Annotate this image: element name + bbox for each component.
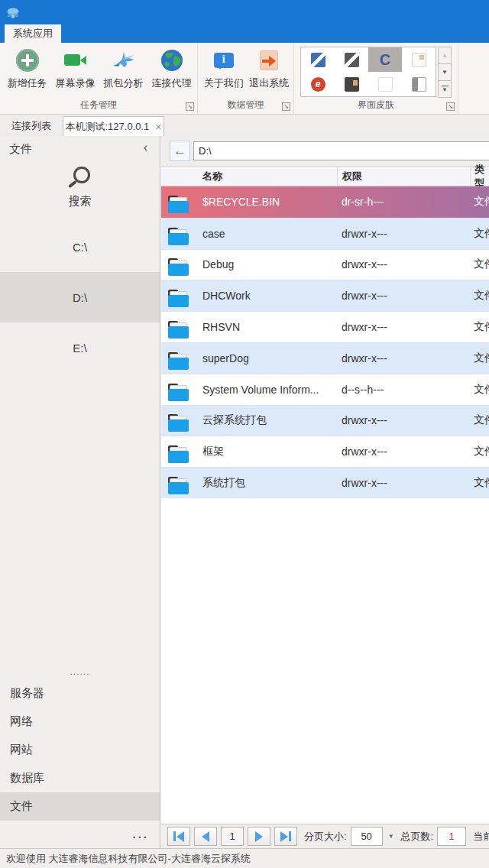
sidebar-item-drive-e[interactable]: E:\	[0, 322, 160, 373]
dialog-launcher-icon[interactable]: ↘	[446, 102, 455, 111]
address-input[interactable]: D:\	[193, 141, 489, 160]
app-window: 系统应用 新增任务 屏幕录像	[0, 0, 489, 868]
navbar-splitter[interactable]: ......	[0, 666, 160, 677]
file-type: 文件夹	[470, 413, 489, 427]
back-arrow-icon: ←	[173, 144, 186, 159]
gallery-scroll-up-icon[interactable]: ▲	[438, 47, 452, 64]
file-explorer-panel: ← D:\ 名称 权限 类型 $RECYCLE.BIN dr-sr-h--- 文…	[161, 136, 489, 848]
file-name: DHCWork	[196, 290, 337, 302]
file-permissions: drwxr-x---	[337, 321, 470, 333]
table-row[interactable]: RHSVN drwxr-x--- 文件夹	[161, 311, 489, 342]
total-pages-label: 总页数:	[401, 830, 434, 844]
group-label-skins: 界面皮肤	[294, 99, 458, 112]
total-pages-value: 1	[437, 827, 466, 846]
table-row[interactable]: superDog drwxr-x--- 文件夹	[161, 342, 489, 374]
table-row[interactable]: Debug drwxr-x--- 文件夹	[161, 249, 489, 280]
file-type: 文件夹	[470, 351, 489, 365]
close-tab-icon[interactable]: ×	[155, 121, 161, 133]
ribbon: 新增任务 屏幕录像 抓包分析	[0, 43, 489, 115]
next-page-button[interactable]	[248, 827, 270, 846]
search-label[interactable]: 搜索	[0, 194, 160, 209]
column-header-name[interactable]: 名称	[196, 167, 337, 186]
tab-local-test[interactable]: 本机测试:127.0.0.1 ×	[63, 116, 164, 136]
previous-page-button[interactable]	[194, 827, 217, 846]
status-bar: 欢迎使用 大连睿海信息科技有限公司-大连睿海云探系统	[0, 848, 489, 868]
back-button[interactable]: ←	[170, 141, 190, 161]
title-bar	[0, 0, 489, 43]
gallery-scrollbar: ▲ ▼ ▼	[438, 47, 452, 97]
about-info-icon	[214, 47, 234, 74]
about-us-button[interactable]: 关于我们	[201, 47, 247, 90]
file-name: Debug	[196, 258, 337, 270]
gallery-scroll-down-icon[interactable]: ▼	[438, 63, 452, 81]
file-permissions: drwxr-x---	[337, 445, 470, 458]
screen-record-label: 屏幕录像	[56, 76, 96, 90]
table-row[interactable]: case drwxr-x--- 文件夹	[161, 218, 489, 249]
last-page-icon	[280, 831, 288, 842]
page-size-select[interactable]: 50	[351, 827, 383, 846]
column-header-type[interactable]: 类型	[470, 167, 489, 186]
packet-capture-shark-icon	[111, 47, 137, 74]
table-row[interactable]: 云探系统打包 drwxr-x--- 文件夹	[161, 405, 489, 436]
navbar-overflow-icon[interactable]: ...	[132, 828, 149, 840]
page-number[interactable]: 1	[221, 827, 244, 846]
sidebar-item-drive-d[interactable]: D:\	[0, 272, 160, 322]
sidebar-item-databases[interactable]: 数据库	[0, 764, 160, 792]
sidebar-header-files: 文件	[9, 142, 32, 157]
tab-local-test-label: 本机测试:127.0.0.1	[65, 120, 149, 134]
sidebar-item-files[interactable]: 文件	[0, 792, 160, 821]
skin-option-blue[interactable]	[301, 47, 335, 72]
skin-option-faded[interactable]	[368, 72, 402, 96]
skin-option-office-selected[interactable]: C	[368, 47, 402, 72]
proxy-button[interactable]: 连接代理	[147, 47, 196, 90]
ribbon-tab-system-apps[interactable]: 系统应用	[5, 24, 61, 43]
table-row[interactable]: 系统打包 drwxr-x--- 文件夹	[161, 467, 489, 498]
document-tab-bar: 连接列表 本机测试:127.0.0.1 ×	[0, 115, 489, 136]
file-permissions: drwxr-x---	[337, 228, 470, 240]
gallery-dropdown-icon[interactable]: ▼	[438, 80, 452, 98]
file-type: 文件夹	[470, 257, 489, 271]
skin-option-charcoal[interactable]	[335, 72, 368, 96]
exit-arrow-icon	[260, 47, 278, 74]
pagination-bar: 1 分页大小: 50 ▼ 总页数: 1 当前页:	[161, 824, 489, 848]
table-row[interactable]: 框架 drwxr-x--- 文件夹	[161, 436, 489, 467]
group-label-data-management: 数据管理	[198, 99, 293, 112]
table-row[interactable]: System Volume Inform... d--s--h--- 文件夹	[161, 374, 489, 405]
chevron-down-icon[interactable]: ▼	[388, 833, 394, 840]
ribbon-group-task-management: 新增任务 屏幕录像 抓包分析	[0, 43, 198, 114]
sidebar-item-drive-c[interactable]: C:\	[0, 222, 160, 272]
next-page-icon	[255, 831, 263, 842]
proxy-label: 连接代理	[152, 76, 192, 90]
screen-record-button[interactable]: 屏幕录像	[51, 47, 99, 90]
first-page-button[interactable]	[167, 827, 190, 846]
last-page-button[interactable]	[274, 827, 297, 846]
packet-capture-button[interactable]: 抓包分析	[99, 47, 147, 90]
exit-system-button[interactable]: 退出系统	[247, 47, 293, 90]
file-permissions: drwxr-x---	[337, 258, 470, 270]
file-permissions: dr-sr-h---	[337, 196, 470, 208]
add-task-icon	[16, 47, 39, 74]
file-name: superDog	[196, 352, 337, 364]
dialog-launcher-icon[interactable]: ↘	[282, 102, 290, 111]
skin-option-dark-gray[interactable]	[335, 47, 368, 72]
ribbon-group-skins: C e ▲ ▼ ▼ 界面皮肤 ↘	[294, 43, 458, 114]
sidebar-item-network[interactable]: 网络	[0, 708, 160, 736]
sidebar-item-servers[interactable]: 服务器	[0, 679, 160, 708]
skin-option-red-e[interactable]: e	[301, 72, 335, 96]
dialog-launcher-icon[interactable]: ↘	[186, 102, 194, 111]
tab-connection-list[interactable]: 连接列表	[0, 116, 63, 136]
column-header-permissions[interactable]: 权限	[337, 167, 470, 186]
skin-option-light[interactable]	[402, 47, 436, 72]
file-name: 框架	[196, 445, 337, 458]
previous-page-icon	[202, 831, 209, 842]
collapse-panel-icon[interactable]: ‹	[144, 141, 147, 154]
search-icon[interactable]	[67, 167, 93, 193]
table-row[interactable]: DHCWork drwxr-x--- 文件夹	[161, 280, 489, 311]
table-header: 名称 权限 类型	[161, 167, 489, 186]
table-row[interactable]: $RECYCLE.BIN dr-sr-h--- 文件夹	[161, 186, 489, 218]
skin-option-metal[interactable]	[402, 72, 436, 96]
sidebar-item-websites[interactable]: 网站	[0, 736, 160, 764]
file-type: 文件夹	[470, 320, 489, 334]
new-task-button[interactable]: 新增任务	[3, 47, 51, 90]
file-name: RHSVN	[196, 321, 337, 333]
